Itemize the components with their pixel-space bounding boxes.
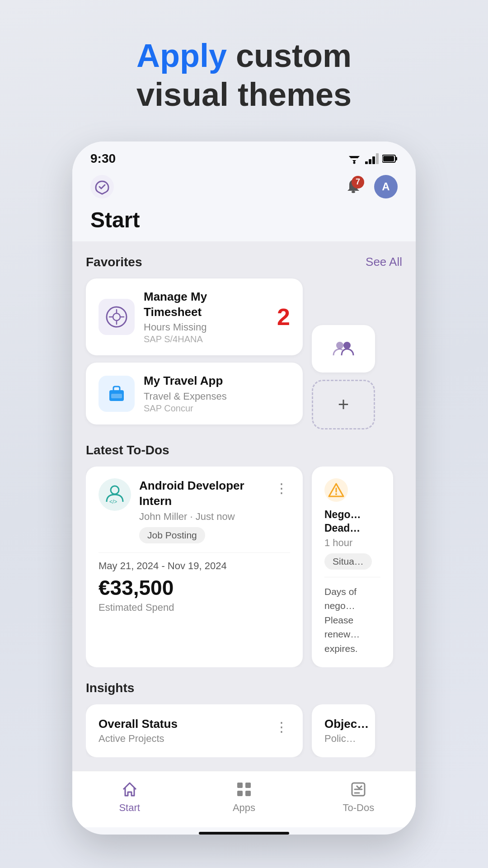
todos-icon (349, 780, 367, 798)
bottom-nav: Start Apps To-Dos (72, 771, 416, 827)
travel-icon-bg (99, 376, 135, 412)
todo-icon-0: </> (99, 478, 131, 511)
header-right: 7 A (342, 175, 398, 198)
insights-header: Insights (86, 681, 402, 695)
svg-rect-9 (395, 157, 397, 160)
travel-source: SAP Concur (144, 403, 290, 414)
svg-point-22 (343, 342, 351, 349)
svg-rect-28 (237, 783, 243, 788)
nav-todos[interactable]: To-Dos (301, 780, 416, 814)
svg-rect-30 (237, 791, 243, 796)
insight-more-button-0[interactable]: ⋮ (273, 717, 290, 736)
insight-card-0[interactable]: Overall Status Active Projects ⋮ (86, 704, 303, 757)
home-icon (121, 780, 139, 798)
svg-text:</>: </> (109, 499, 117, 505)
insight-text-0: Overall Status Active Projects (99, 717, 178, 745)
favorites-section: Favorites See All (72, 241, 416, 434)
insight-sub-1: Polic… (324, 733, 369, 745)
todos-title: Latest To-Dos (86, 443, 169, 458)
svg-rect-5 (369, 159, 371, 164)
latest-todos-section: Latest To-Dos </> (72, 434, 416, 672)
todo-header-0: </> Android Developer Intern John Miller… (99, 478, 290, 543)
favorites-title: Favorites (86, 255, 142, 269)
insights-list: Overall Status Active Projects ⋮ Objec… … (86, 704, 402, 757)
nav-start-label: Start (119, 802, 140, 814)
insight-header-0: Overall Status Active Projects ⋮ (99, 717, 290, 745)
page-heading: Start (72, 203, 416, 241)
see-all-button[interactable]: See All (366, 255, 402, 269)
todo-divider-0 (99, 552, 290, 553)
wifi-icon (347, 153, 361, 164)
timesheet-source: SAP S/4HANA (144, 334, 268, 344)
svg-point-14 (113, 313, 120, 321)
people-icon (332, 337, 355, 361)
insights-title: Insights (86, 681, 134, 695)
notification-badge: 7 (352, 176, 364, 189)
app-header: 7 A (72, 170, 416, 203)
title-apply-word: Apply (136, 38, 227, 74)
scroll-content: Favorites See All (72, 241, 416, 771)
nav-start[interactable]: Start (72, 780, 187, 814)
svg-point-23 (111, 486, 119, 494)
svg-rect-12 (352, 191, 355, 193)
home-indicator (199, 832, 289, 835)
travel-sub: Travel & Expenses (144, 391, 290, 402)
battery-icon (382, 154, 398, 163)
svg-rect-10 (383, 156, 394, 161)
todos-header: Latest To-Dos (86, 443, 402, 458)
todo-card-1[interactable]: Nego… Dead… 1 hour Situa… Days of nego… … (312, 467, 393, 667)
peek-people-card[interactable] (312, 325, 375, 373)
app-logo (90, 175, 114, 198)
timesheet-title: Manage My Timesheet (144, 289, 268, 320)
todo-title-1: Nego… Dead… (324, 508, 380, 535)
svg-rect-4 (365, 161, 368, 164)
warning-icon (328, 482, 344, 498)
svg-point-21 (336, 342, 343, 349)
phone-shell: 9:30 (72, 142, 416, 835)
signal-icon (365, 153, 379, 164)
peek-cards: + (312, 325, 402, 429)
bottom-spacer (72, 762, 416, 771)
timesheet-sub: Hours Missing (144, 321, 268, 333)
status-time: 9:30 (90, 151, 116, 166)
fav-card-travel[interactable]: My Travel App Travel & Expenses SAP Conc… (86, 363, 303, 425)
todo-meta-1: 1 hour (324, 537, 380, 549)
fav-card-timesheet[interactable]: Manage My Timesheet Hours Missing SAP S/… (86, 278, 303, 356)
todo-date-0: May 21, 2024 - Nov 19, 2024 (99, 560, 290, 572)
todo-amount-label-0: Estimated Spend (99, 602, 290, 613)
svg-point-27 (335, 493, 337, 495)
svg-rect-7 (376, 153, 379, 164)
svg-rect-6 (372, 156, 375, 164)
todo-amount-0: €33,500 (99, 576, 290, 600)
nav-apps[interactable]: Apps (187, 780, 301, 814)
timesheet-icon-bg (99, 299, 135, 335)
page-title-banner: Apply customvisual themes (136, 36, 352, 114)
svg-rect-29 (245, 783, 251, 788)
todo-title-0: Android Developer Intern (139, 478, 265, 509)
svg-point-3 (353, 161, 356, 164)
todo-info-0: Android Developer Intern John Miller · J… (139, 478, 265, 543)
todo-peek-header (324, 478, 380, 502)
add-card-button[interactable]: + (312, 380, 375, 429)
todo-more-button-0[interactable]: ⋮ (273, 478, 290, 498)
favorites-header: Favorites See All (86, 255, 402, 269)
status-icons (347, 153, 398, 164)
todo-desc-1: Days of nego… Please renew… expires. (324, 585, 380, 656)
insight-title-1: Objec… (324, 717, 369, 731)
insight-text-1: Objec… Polic… (324, 717, 369, 745)
notification-button[interactable]: 7 (342, 175, 365, 198)
avatar-button[interactable]: A (374, 175, 398, 198)
status-bar: 9:30 (72, 142, 416, 170)
add-icon: + (338, 394, 349, 415)
nav-todos-label: To-Dos (343, 802, 374, 814)
todo-divider-1 (324, 577, 380, 577)
todo-meta-0: John Miller · Just now (139, 511, 265, 523)
todo-card-0[interactable]: </> Android Developer Intern John Miller… (86, 467, 303, 667)
avatar-letter: A (382, 180, 389, 193)
travel-info: My Travel App Travel & Expenses SAP Conc… (144, 373, 290, 414)
insight-card-1[interactable]: Objec… Polic… (312, 704, 375, 757)
insight-sub-0: Active Projects (99, 733, 178, 745)
apps-icon (235, 780, 253, 798)
timesheet-badge: 2 (277, 303, 290, 330)
svg-rect-31 (245, 791, 251, 796)
